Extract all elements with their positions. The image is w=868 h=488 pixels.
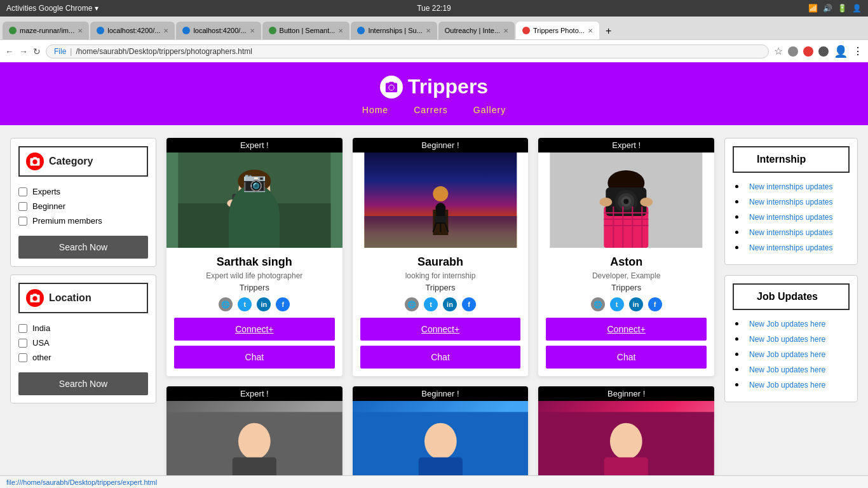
saurabh-connect-button[interactable]: Connect+ — [360, 318, 521, 341]
internship-item-3: New internships updates — [735, 211, 850, 222]
svg-point-0 — [389, 85, 393, 90]
location-search-button[interactable]: Search Now — [18, 372, 148, 395]
tab-outreachy[interactable]: Outreachy | Inte... ✕ — [438, 22, 515, 39]
location-label: Location — [49, 292, 92, 304]
job-link-2[interactable]: New Job updates here — [749, 335, 825, 344]
clock: Tue 22:19 — [417, 4, 451, 13]
checkbox-india-input[interactable] — [18, 324, 27, 333]
aston-connect-button[interactable]: Connect+ — [546, 318, 707, 341]
sarthak-facebook-icon[interactable]: f — [276, 297, 290, 311]
nav-home[interactable]: Home — [362, 105, 388, 115]
job-item-5: New Job updates here — [735, 379, 850, 390]
job-link-1[interactable]: New Job updates here — [749, 320, 825, 329]
aston-globe-icon[interactable]: 🌐 — [591, 297, 605, 311]
close-tab-localhost1[interactable]: ✕ — [163, 27, 168, 34]
internship-link-2[interactable]: New internships updates — [749, 198, 832, 207]
job-updates-list: New Job updates here New Job updates her… — [733, 318, 850, 390]
card-beginner-red-bottom-badge: Beginner ! — [538, 386, 714, 401]
checkbox-experts[interactable]: Experts — [18, 187, 148, 196]
sarthak-linkedin-icon[interactable]: in — [257, 297, 271, 311]
sarthak-twitter-icon[interactable]: t — [238, 297, 252, 311]
job-item-2: New Job updates here — [735, 333, 850, 344]
tab-localhost1[interactable]: localhost:4200/... ✕ — [90, 22, 175, 39]
checkbox-premium[interactable]: Premium members — [18, 216, 148, 226]
card-beginner-bottom: Beginner ! — [353, 386, 529, 488]
card-saurabh-name: Saurabh — [360, 255, 521, 269]
nav-carrers[interactable]: Carrers — [414, 105, 448, 115]
battery-icon: 🔋 — [837, 4, 847, 13]
activities-label[interactable]: Activities Google Chrome ▾ — [6, 4, 98, 13]
reload-button[interactable]: ↻ — [33, 46, 41, 57]
checkbox-other[interactable]: other — [18, 353, 148, 362]
close-tab-trippers[interactable]: ✕ — [588, 27, 593, 34]
checkbox-usa[interactable]: USA — [18, 338, 148, 348]
job-updates-camera-svg — [740, 290, 752, 301]
menu-icon[interactable]: ⋮ — [853, 45, 863, 57]
tab-trippers[interactable]: Trippers Photo... ✕ — [516, 22, 599, 39]
internship-link-1[interactable]: New internships updates — [749, 182, 832, 191]
tab-label-localhost2: localhost:4200/... — [193, 27, 246, 34]
internship-link-5[interactable]: New internships updates — [749, 243, 832, 252]
tab-icon-trippers — [522, 27, 530, 34]
saurabh-facebook-icon[interactable]: f — [462, 297, 476, 311]
location-section: Location India USA other Search Now — [10, 274, 156, 403]
location-title: Location — [18, 283, 148, 313]
url-field[interactable]: File | /home/saurabh/Desktop/trippers/ph… — [46, 44, 769, 58]
account-icon[interactable]: 👤 — [834, 44, 848, 58]
tab-maze[interactable]: maze-runnar/im... ✕ — [3, 22, 89, 39]
card-sarthak-body: Sarthak singh Expert wild life photograp… — [166, 248, 342, 376]
extension-icon-1[interactable] — [788, 46, 798, 57]
close-tab-localhost2[interactable]: ✕ — [250, 27, 255, 34]
close-tab-button[interactable]: ✕ — [338, 27, 343, 34]
location-checkboxes: India USA other — [18, 323, 148, 362]
tab-button[interactable]: Button | Semant... ✕ — [262, 22, 350, 39]
nav-gallery[interactable]: Gallery — [473, 105, 506, 115]
close-tab-outreachy[interactable]: ✕ — [503, 27, 508, 34]
saurabh-twitter-icon[interactable]: t — [424, 297, 438, 311]
checkbox-experts-input[interactable] — [18, 187, 27, 196]
internship-link-4[interactable]: New internships updates — [749, 228, 832, 237]
forward-button[interactable]: → — [19, 46, 28, 57]
internship-item-1: New internships updates — [735, 180, 850, 192]
checkbox-usa-input[interactable] — [18, 339, 27, 348]
aston-chat-button[interactable]: Chat — [546, 346, 707, 369]
saurabh-linkedin-icon[interactable]: in — [443, 297, 457, 311]
tab-icon-internships — [357, 27, 365, 34]
close-tab-internships[interactable]: ✕ — [426, 27, 431, 34]
job-link-4[interactable]: New Job updates here — [749, 365, 825, 374]
sarthak-svg — [166, 152, 342, 248]
aston-linkedin-icon[interactable]: in — [629, 297, 643, 311]
aston-svg — [538, 152, 714, 248]
sarthak-chat-button[interactable]: Chat — [174, 346, 335, 369]
checkbox-other-label: other — [32, 353, 51, 362]
checkbox-india[interactable]: India — [18, 323, 148, 333]
tab-localhost2[interactable]: localhost:4200/... ✕ — [176, 22, 261, 39]
close-tab-maze[interactable]: ✕ — [78, 27, 83, 34]
svg-point-3 — [238, 172, 270, 210]
checkbox-beginner-input[interactable] — [18, 202, 27, 211]
internship-link-3[interactable]: New internships updates — [749, 213, 832, 222]
back-button[interactable]: ← — [5, 46, 14, 57]
aston-twitter-icon[interactable]: t — [610, 297, 624, 311]
job-link-5[interactable]: New Job updates here — [749, 381, 825, 390]
sarthak-connect-button[interactable]: Connect+ — [174, 318, 335, 341]
extension-icon-3[interactable] — [818, 46, 829, 57]
job-item-3: New Job updates here — [735, 348, 850, 360]
svg-point-7 — [240, 197, 255, 212]
job-updates-cam-icon — [740, 290, 752, 304]
tab-icon-localhost2 — [182, 27, 190, 34]
bookmark-icon[interactable]: ☆ — [774, 45, 783, 57]
new-tab-button[interactable]: + — [600, 23, 616, 39]
category-search-button[interactable]: Search Now — [18, 236, 148, 259]
tab-internships[interactable]: Internships | Su... ✕ — [351, 22, 437, 39]
checkbox-premium-input[interactable] — [18, 217, 27, 226]
saurabh-globe-icon[interactable]: 🌐 — [405, 297, 419, 311]
checkbox-other-input[interactable] — [18, 353, 27, 362]
checkbox-beginner[interactable]: Beginner — [18, 201, 148, 211]
aston-facebook-icon[interactable]: f — [648, 297, 662, 311]
card-aston: Expert ! — [538, 138, 714, 376]
sarthak-globe-icon[interactable]: 🌐 — [219, 297, 233, 311]
extension-icon-2[interactable] — [803, 46, 813, 57]
job-link-3[interactable]: New Job updates here — [749, 350, 825, 359]
saurabh-chat-button[interactable]: Chat — [360, 346, 521, 369]
